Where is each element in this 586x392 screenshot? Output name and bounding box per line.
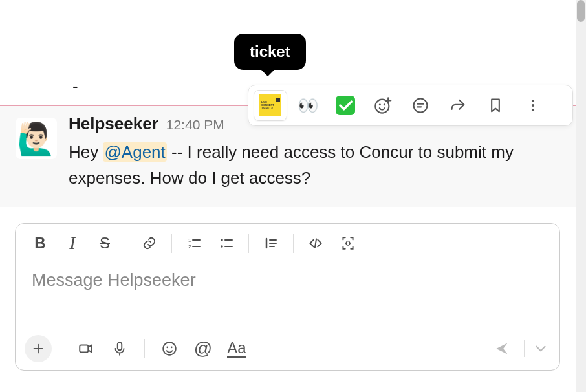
reaction-ticket[interactable]: LIVECONCERTTICKET // [254,90,287,121]
add-reaction-icon [374,96,392,114]
italic-button[interactable]: I [57,230,88,256]
add-reaction-button[interactable] [366,90,400,121]
plus-icon [31,342,45,356]
text-cursor [30,272,30,292]
code-icon [307,235,324,252]
separator [248,234,249,253]
svg-point-6 [532,109,534,111]
formatting-icon: Aa [227,340,246,358]
link-icon [142,235,157,251]
prior-message-fragment: - [72,76,78,96]
tooltip: ticket [234,34,306,70]
svg-point-1 [379,103,381,105]
chevron-down-icon [532,340,549,357]
svg-point-15 [171,346,173,348]
thread-button[interactable] [404,90,437,121]
sender-name[interactable]: Helpseeker [69,114,158,134]
code-block-icon [340,235,356,252]
strikethrough-button[interactable]: S [89,230,120,256]
bold-button[interactable]: B [25,230,56,256]
bullet-list-button[interactable] [211,230,242,256]
svg-point-0 [375,100,389,113]
avatar[interactable]: 🙋🏻‍♂️ [16,118,57,159]
send-icon [494,340,510,357]
timestamp[interactable]: 12:40 PM [166,117,224,133]
share-button[interactable] [441,90,475,121]
scrollbar-track[interactable] [576,0,586,392]
emoji-button[interactable] [154,335,185,362]
mention[interactable]: @Agent [103,142,166,162]
message-text: Hey @Agent -- I really need access to Co… [69,139,560,191]
send-group [486,335,550,362]
microphone-icon [111,340,128,357]
send-options-button[interactable] [531,335,550,362]
bullet-list-icon [219,235,234,251]
svg-point-4 [532,100,534,102]
ordered-list-icon: 12 [186,235,202,251]
emoji-icon [161,340,178,357]
blockquote-button[interactable] [255,230,287,256]
separator [524,340,525,357]
more-vertical-icon [524,96,542,114]
thread-icon [411,96,429,114]
ticket-icon: LIVECONCERTTICKET // [259,94,281,116]
separator [61,339,61,358]
more-actions-button[interactable] [516,90,550,121]
composer-bottom-toolbar: @ Aa [16,330,559,370]
svg-point-13 [163,342,176,355]
format-toolbar: B I S 12 [16,224,559,263]
bookmark-icon [486,96,505,114]
separator [144,339,145,358]
eyes-icon: 👀 [298,96,318,116]
link-button[interactable] [134,230,165,256]
video-icon [78,340,94,357]
separator [127,234,127,253]
attachment-plus-button[interactable] [25,335,52,362]
svg-point-10 [221,245,223,248]
svg-text:2: 2 [188,244,191,250]
svg-rect-12 [118,342,122,350]
video-button[interactable] [71,335,102,362]
mention-icon: @ [194,338,212,359]
scrollbar-thumb[interactable] [577,0,585,22]
svg-rect-11 [80,345,88,353]
microphone-button[interactable] [104,335,135,362]
separator [293,234,294,253]
svg-point-2 [384,103,385,105]
message-action-toolbar: LIVECONCERTTICKET // 👀 [248,85,573,126]
mention-button[interactable]: @ [188,335,219,362]
ordered-list-button[interactable]: 12 [179,230,210,256]
code-block-button[interactable] [332,230,364,256]
reaction-check[interactable] [329,90,362,121]
formatting-toggle-button[interactable]: Aa [221,335,252,362]
code-button[interactable] [300,230,331,256]
reaction-eyes[interactable]: 👀 [291,90,325,121]
message-composer: B I S 12 Message Helpseeker [15,223,560,371]
blockquote-icon [263,235,279,251]
tooltip-label: ticket [250,43,290,60]
svg-point-14 [166,346,168,348]
bookmark-button[interactable] [479,90,512,121]
svg-point-3 [414,99,428,113]
svg-point-5 [532,104,534,107]
svg-point-9 [221,239,223,241]
separator [171,234,172,253]
send-button[interactable] [486,335,517,362]
check-icon [336,96,355,115]
message-input-placeholder: Message Helpseeker [32,270,196,290]
svg-text:1: 1 [188,237,191,243]
message-text-pre: Hey [69,142,103,162]
share-icon [449,96,467,114]
message-input[interactable]: Message Helpseeker [16,263,559,330]
